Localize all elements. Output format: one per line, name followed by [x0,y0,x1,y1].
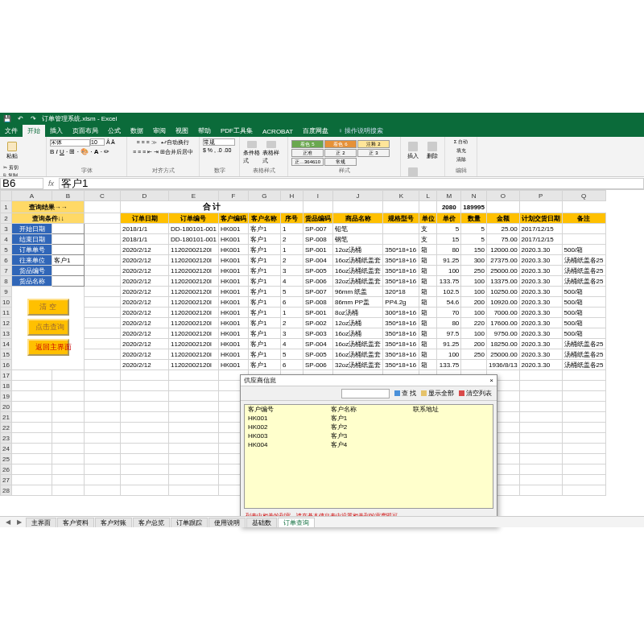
sheet-tab[interactable]: 基础数 [246,518,277,527]
group-font: 字体 [50,167,123,175]
col-header[interactable]: L [419,191,437,201]
tab-insert[interactable]: 插入 [45,125,68,137]
autosum-button[interactable]: Σ 自动 [454,138,468,146]
col-header[interactable]: M [437,191,461,201]
save-icon[interactable]: 💾 [3,114,11,122]
dialog-close-icon[interactable]: × [489,377,493,384]
tell-me[interactable]: ♀ 操作说明搜索 [333,125,388,137]
fill-button[interactable]: 填充 [456,147,466,155]
format-cell-button[interactable]: 格式 [404,164,422,177]
number-format-select[interactable] [203,138,235,146]
ribbon: 粘贴 ✂ 剪切 ⎘ 复制 🖌 格式刷 剪贴板 Â Ǎ B I U · ⊞ ·… [0,137,644,177]
tab-help[interactable]: 帮助 [193,125,216,137]
wrap-text-button[interactable]: 自动换行 [167,139,189,145]
cell-style-5[interactable]: 正 2 [324,149,357,157]
tab-pdf[interactable]: PDF工具集 [216,125,258,137]
delete-cell-button[interactable]: 删除 [423,138,441,163]
cell-style-4[interactable]: 正准 [291,149,324,157]
sheet-tab[interactable]: 客户总览 [133,518,170,527]
font-size-select[interactable] [90,138,105,146]
return-button[interactable]: 返回主界面 [27,339,69,356]
col-header[interactable]: K [383,191,419,201]
name-box[interactable] [0,178,43,189]
group-tablestyles: 表格样式 [243,167,284,175]
col-header[interactable]: C [85,191,121,201]
group-editing: 编辑 [448,167,473,175]
tab-view[interactable]: 视图 [171,125,193,137]
ribbon-tabs: 文件 开始 插入 页面布局 公式 数据 审阅 视图 帮助 PDF工具集 ACRO… [0,124,644,137]
col-header[interactable]: I [303,191,332,201]
dialog-title: 供应商信息 [244,376,276,385]
tab-data[interactable]: 数据 [126,125,148,137]
tab-file[interactable]: 文件 [0,125,23,137]
cut-button[interactable]: ✂ 剪切 [3,164,24,171]
col-header[interactable]: N [461,191,487,201]
clear-button[interactable]: 清除 [456,156,466,163]
window-title: 订单管理系统.xlsm - Excel [42,114,117,123]
sheet-tab[interactable]: 使用说明 [208,518,246,527]
supplier-dialog: 供应商信息 × 查 找 显示全部 清空列表 客户编号客户名称联系地址HK001客… [240,374,497,527]
cell-style-2[interactable]: 着色 6 [324,140,357,148]
group-styles: 样式 [291,167,397,175]
tab-formula[interactable]: 公式 [103,125,126,137]
group-align: 对齐方式 [130,167,196,175]
cell-style-7[interactable]: 正…364610 [291,158,324,166]
sheet-tab[interactable]: 客户对账 [95,518,132,527]
cond-format-button[interactable]: 条件格式 [243,141,261,165]
col-header[interactable]: A [12,191,52,201]
tab-acrobat[interactable]: ACROBAT [258,126,298,137]
formula-bar[interactable] [59,178,644,189]
cell-style-3[interactable]: 注释 2 [357,140,390,148]
font-family-select[interactable] [50,139,90,147]
clear-button[interactable]: 清 空 [27,299,69,316]
tab-review[interactable]: 审阅 [148,125,171,137]
col-header[interactable]: J [332,191,382,201]
query-button[interactable]: 点击查询 [27,319,69,336]
row-header[interactable]: 1 [1,201,12,213]
paste-button[interactable]: 粘贴 [3,138,21,163]
merge-button[interactable]: 合并后居中 [165,149,193,155]
dialog-list[interactable]: 客户编号客户名称联系地址HK001客户1HK002客户2HK003客户3HK00… [244,404,493,509]
redo-icon[interactable]: ↷ [29,114,37,122]
table-style-button[interactable]: 表格样式 [262,141,280,165]
dialog-clear-button[interactable]: 清空列表 [459,389,492,398]
sheet-tab[interactable]: 订单查询 [278,518,315,527]
col-header[interactable]: H [280,191,303,201]
col-header[interactable]: D [121,191,169,201]
col-header[interactable]: Q [562,191,605,201]
col-header[interactable]: F [218,191,248,201]
undo-icon[interactable]: ↶ [16,114,24,122]
sheet-nav-next[interactable]: ▶ [14,518,24,526]
tab-layout[interactable]: 页面布局 [68,125,103,137]
cell-style-6[interactable]: 正 3 [357,149,390,157]
group-number: 数字 [203,167,236,175]
fx-icon[interactable]: fx [43,180,59,188]
cell-style-1[interactable]: 着色 5 [291,140,324,148]
col-header[interactable]: E [169,191,219,201]
tab-baidu[interactable]: 百度网盘 [298,125,333,137]
dialog-query-button[interactable]: 查 找 [394,389,416,398]
sheet-tab-bar: ◀ ▶ 主界面客户资料客户对账客户总览订单跟踪使用说明基础数订单查询 [0,516,644,527]
sheet-nav-prev[interactable]: ◀ [3,518,13,526]
dialog-search-input[interactable] [341,389,390,398]
col-header[interactable]: P [519,191,562,201]
col-header[interactable]: G [248,191,280,201]
sheet-tab[interactable]: 主界面 [26,518,56,527]
sheet-tab[interactable]: 订单跟踪 [171,518,208,527]
sheet-tab[interactable]: 客户资料 [57,518,94,527]
cell-style-8[interactable]: 常规 [324,158,357,166]
insert-cell-button[interactable]: 插入 [404,138,422,163]
col-header[interactable]: O [487,191,520,201]
col-header[interactable]: B [52,191,85,201]
dialog-showall-button[interactable]: 显示全部 [421,389,454,398]
quick-access-toolbar: 💾 ↶ ↷ 订单管理系统.xlsm - Excel [0,113,644,124]
tab-home[interactable]: 开始 [23,125,45,137]
